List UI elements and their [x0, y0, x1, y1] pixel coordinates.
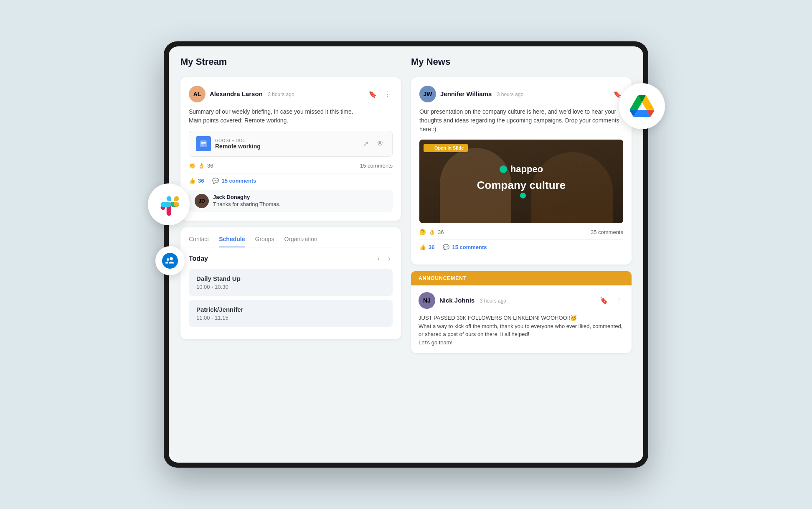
news-post-body: Our presentation on the company culture …	[419, 107, 623, 134]
avatar-nick: NJ	[419, 292, 435, 309]
schedule-header: Today ‹ ›	[189, 254, 393, 263]
attachment-actions: ↗ 👁	[361, 138, 386, 149]
news-comments-count: 35 comments	[591, 229, 623, 235]
next-day-btn[interactable]: ›	[386, 254, 393, 263]
announcement-line3: Let's go team!	[419, 338, 624, 347]
slack-logo	[148, 183, 190, 225]
schedule-card: Contact Schedule Groups Organization Tod…	[180, 227, 401, 339]
schedule-item-0: Daily Stand Up 10.00 - 10.30	[189, 269, 393, 296]
comment-item: JD Jack Donaghy Thanks for sharing Thoma…	[189, 190, 393, 212]
presentation-content: happeo Company culture	[477, 164, 566, 199]
reaction-emoji2: 👌	[198, 163, 205, 169]
announcement-line1: JUST PASSED 30K FOLLOWERS ON LINKEDIN! W…	[419, 314, 624, 322]
happeo-logo: happeo	[477, 164, 566, 175]
post-body-line2: Main points covered: Remote working.	[189, 117, 288, 124]
attachment: GOOGLE DOC Remote working ↗ 👁	[189, 131, 393, 157]
announcement-actions: 🔖 ⋮	[598, 296, 624, 305]
prev-day-btn[interactable]: ‹	[375, 254, 382, 263]
news-reaction-emoji2: 👌	[429, 229, 435, 235]
slide-badge: Open in Slide	[424, 144, 468, 152]
news-post-card: JW Jennifer Williams 3 hours ago 🔖 Our p…	[411, 77, 632, 265]
reaction-emoji1: 👏	[189, 163, 195, 169]
more-button[interactable]: ⋮	[383, 89, 393, 99]
happeo-dot	[500, 165, 507, 173]
happeo-text: happeo	[510, 164, 543, 175]
schedule-nav: ‹ ›	[375, 254, 393, 263]
announcement-more-btn[interactable]: ⋮	[614, 296, 624, 305]
event-title-0: Daily Stand Up	[196, 275, 385, 282]
event-time-1: 11.00 - 11.15	[196, 315, 385, 321]
post-header-actions: 🔖 ⋮	[367, 89, 393, 99]
post-time: 3 hours ago	[268, 92, 294, 97]
announcement-banner: ANNOUNCEMENT	[411, 271, 632, 285]
my-stream-title: My Stream	[180, 56, 401, 67]
avatar-jennifer: JW	[419, 86, 436, 102]
news-post-header-left: JW Jennifer Williams 3 hours ago	[419, 86, 523, 102]
like-count: 36	[198, 178, 204, 184]
presentation-image: Open in Slide happeo Company culture	[419, 140, 623, 223]
left-column: My Stream AL Alexandra Larson 3 hours ag…	[180, 56, 401, 453]
announcement-post-time: 3 hours ago	[480, 298, 506, 304]
device-screen: My Stream AL Alexandra Larson 3 hours ag…	[169, 46, 643, 463]
announcement-bookmark-btn[interactable]: 🔖	[598, 296, 610, 305]
attachment-info: GOOGLE DOC Remote working	[215, 138, 261, 150]
news-actions-row: 👍 36 💬 15 comments	[419, 244, 623, 250]
news-reaction-count: 36	[438, 229, 444, 235]
news-post-time: 3 hours ago	[497, 92, 523, 97]
announcement-section: ANNOUNCEMENT NJ Nick Johnis 3 hours ago	[411, 271, 632, 353]
comment-author: Jack Donaghy	[213, 194, 387, 200]
news-reactions-left: 🤔 👌 36	[419, 229, 444, 235]
reaction-count: 36	[207, 163, 213, 169]
attachment-type: GOOGLE DOC	[215, 138, 261, 143]
schedule-item-1: Patrick/Jennifer 11.00 - 11.15	[189, 300, 393, 327]
like-button[interactable]: 👍 36	[189, 178, 204, 184]
announcement-text: JUST PASSED 30K FOLLOWERS ON LINKEDIN! W…	[419, 314, 624, 346]
announcement-author-name: Nick Johnis	[439, 297, 475, 304]
reactions-row: 👏 👌 36 15 comments	[189, 163, 393, 173]
attachment-left: GOOGLE DOC Remote working	[196, 136, 261, 151]
news-like-count: 36	[429, 244, 434, 250]
event-time-0: 10.00 - 10.30	[196, 284, 385, 290]
announcement-body: NJ Nick Johnis 3 hours ago 🔖 ⋮	[411, 285, 632, 353]
post-header-left: AL Alexandra Larson 3 hours ago	[189, 86, 294, 102]
comment-button[interactable]: 💬 15 comments	[212, 178, 256, 184]
today-label: Today	[189, 255, 208, 262]
post-body: Summary of our weekly briefing, in case …	[189, 107, 393, 125]
attachment-share-btn[interactable]: ↗	[361, 138, 370, 149]
avatar-jack: JD	[195, 194, 209, 208]
announcement-line2: What a way to kick off the month, thank …	[419, 322, 624, 338]
comment-count: 15 comments	[221, 178, 256, 184]
device-frame: My Stream AL Alexandra Larson 3 hours ag…	[164, 41, 648, 468]
news-comment-icon: 💬	[443, 244, 449, 250]
news-like-icon: 👍	[419, 244, 426, 250]
post-author-info: Alexandra Larson 3 hours ago	[210, 90, 294, 98]
news-comment-count: 15 comments	[452, 244, 487, 250]
post-author-name: Alexandra Larson	[210, 90, 263, 97]
comment-body: Jack Donaghy Thanks for sharing Thomas.	[213, 194, 387, 207]
reactions-left: 👏 👌 36	[189, 163, 213, 169]
news-like-button[interactable]: 👍 36	[419, 244, 434, 250]
teams-logo	[155, 246, 185, 275]
event-title-1: Patrick/Jennifer	[196, 306, 385, 313]
slide-badge-label: Open in Slide	[434, 145, 464, 150]
announcement-author-info: Nick Johnis 3 hours ago	[439, 297, 506, 304]
tab-organization[interactable]: Organization	[284, 236, 317, 247]
comment-text: Thanks for sharing Thomas.	[213, 201, 387, 207]
tab-schedule[interactable]: Schedule	[219, 236, 245, 247]
news-post-header: JW Jennifer Williams 3 hours ago 🔖	[419, 86, 623, 102]
news-comment-button[interactable]: 💬 15 comments	[443, 244, 487, 250]
google-drive-logo	[619, 83, 665, 129]
news-reactions-row: 🤔 👌 36 35 comments	[419, 229, 623, 240]
tab-groups[interactable]: Groups	[255, 236, 274, 247]
presentation-culture-title: Company culture	[477, 179, 566, 192]
attachment-view-btn[interactable]: 👁	[375, 138, 386, 149]
svg-point-0	[162, 253, 178, 269]
bookmark-button[interactable]: 🔖	[367, 89, 378, 99]
tab-contact[interactable]: Contact	[189, 236, 209, 247]
actions-row: 👍 36 💬 15 comments	[189, 178, 393, 184]
my-news-title: My News	[411, 56, 632, 67]
main-columns: My Stream AL Alexandra Larson 3 hours ag…	[180, 56, 632, 453]
reactions-comments-count: 15 comments	[360, 163, 393, 169]
post-header: AL Alexandra Larson 3 hours ago 🔖 ⋮	[189, 86, 393, 102]
announcement-header-left: NJ Nick Johnis 3 hours ago	[419, 292, 506, 309]
